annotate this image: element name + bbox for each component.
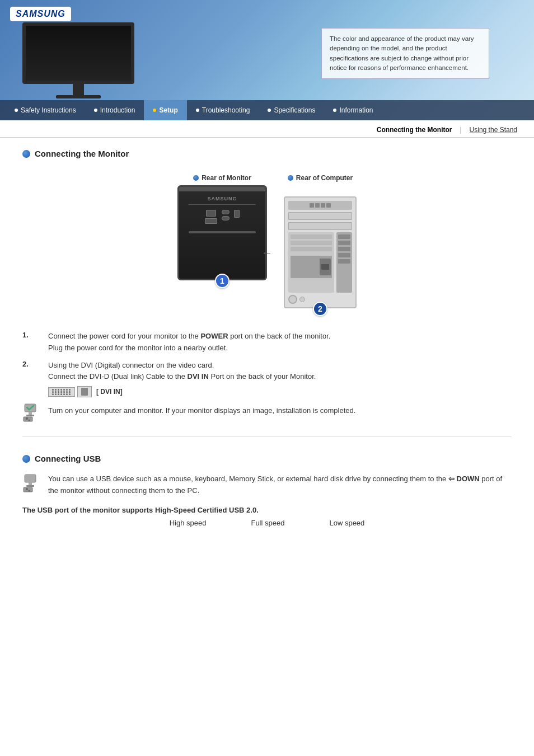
nav-safety-instructions[interactable]: Safety Instructions [6,100,85,120]
badge-1: 1 [215,274,229,288]
dvi-box-right [77,386,92,397]
instruction-text-1: Connect the power cord for your monitor … [48,331,330,354]
instructions-list: 1. Connect the power cord for your monit… [22,331,512,423]
section-divider-1 [22,436,512,437]
main-content: Connecting the Monitor Rear of Monitor S… [0,138,534,538]
note-box: Turn on your computer and monitor. If yo… [22,403,512,423]
checkmark-icon [22,403,43,423]
speed-row: High speed Full speed Low speed [22,519,512,527]
nav-information[interactable]: Information [324,100,382,120]
nav-specifications[interactable]: Specifications [259,100,324,120]
instruction-num-1: 1. [22,331,39,354]
usb-note-text: You can use a USB device such as a mouse… [48,473,512,497]
dvi-label: [ DVI IN] [96,387,123,397]
nav-troubleshooting[interactable]: Troubleshooting [187,100,259,120]
nav-dot-setup [153,109,156,112]
nav-dot-intro [94,109,97,112]
instruction-num-2: 2. [22,360,39,398]
svg-point-12 [29,490,30,492]
banner: SAMSUNG The color and appearance of the … [0,0,534,120]
instruction-text-2: Using the DVI (Digital) connector on the… [48,360,316,398]
nav-introduction[interactable]: Introduction [85,100,144,120]
connecting-monitor-heading: Connecting the Monitor [22,149,512,158]
svg-point-11 [26,488,28,490]
svg-rect-8 [29,482,32,485]
usb-section: Connecting USB You can use a USB device … [22,454,512,527]
computer-back-label: Rear of Computer [288,174,353,182]
sub-nav-separator: | [458,125,462,135]
speed-table: The USB port of the monitor supports Hig… [22,506,512,527]
svg-rect-3 [26,415,34,416]
monitor-back-shape: SAMSUNG [177,185,267,280]
monitor-back-label: Rear of Monitor [193,174,251,182]
usb-description: You can use a USB device such as a mouse… [22,473,512,497]
nav-dot-information [333,109,336,112]
monitor-screen [22,22,134,84]
speed-table-title: The USB port of the monitor supports Hig… [22,506,512,514]
high-speed-label: High speed [170,519,207,527]
dvi-dots [52,389,71,395]
computer-dot-icon [288,175,293,181]
monitor-dot-icon [193,175,199,181]
sub-nav-using-stand[interactable]: Using the Stand [464,125,523,135]
connecting-usb-heading: Connecting USB [22,454,512,463]
svg-point-6 [29,420,30,421]
sub-nav-connecting-monitor[interactable]: Connecting the Monitor [371,125,458,135]
banner-nav: Safety Instructions Introduction Setup T… [0,100,534,120]
svg-rect-2 [29,412,32,415]
down-label: ⇦ DOWN [448,475,480,483]
samsung-logo: SAMSUNG [10,7,71,21]
computer-tower-shape [284,196,357,308]
svg-rect-7 [25,475,36,482]
nav-dot-specifications [268,109,271,112]
product-info-box: The color and appearance of the product … [321,28,489,79]
instruction-2: 2. Using the DVI (Digital) connector on … [22,360,512,398]
instruction-1: 1. Connect the power cord for your monit… [22,331,512,354]
nav-setup[interactable]: Setup [144,100,186,120]
svg-point-5 [26,417,28,420]
badge-2: 2 [313,302,327,316]
dvi-connector-image: [ DVI IN] [48,386,316,397]
svg-rect-10 [24,487,32,492]
note-text: Turn on your computer and monitor. If yo… [48,403,355,417]
computer-back-diagram: Rear of Computer [284,174,357,308]
sub-nav: Connecting the Monitor | Using the Stand [0,120,534,138]
connection-diagram: Rear of Monitor SAMSUNG [22,168,512,314]
dvi-box-left [48,387,75,397]
svg-rect-4 [24,417,32,421]
section-icon-usb [22,455,30,463]
monitor-back-diagram: Rear of Monitor SAMSUNG [177,174,267,280]
connection-arrow: ← [261,246,273,259]
nav-dot-troubleshooting [196,109,199,112]
usb-note-icon [22,473,43,494]
full-speed-label: Full speed [251,519,284,527]
nav-dot-safety [15,109,18,112]
monitor-illustration [17,22,151,109]
svg-rect-9 [26,485,34,487]
section-icon-monitor [22,150,30,158]
low-speed-label: Low speed [329,519,364,527]
